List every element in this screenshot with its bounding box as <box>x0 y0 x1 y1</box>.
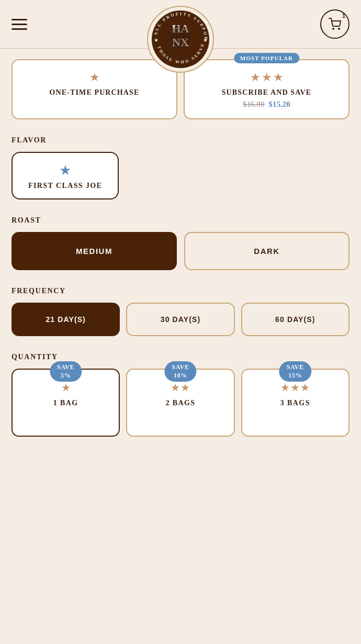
roast-medium-button[interactable]: MEDIUM <box>12 232 177 270</box>
qty-star-3: ★ <box>300 381 310 394</box>
qty-3-bags-card[interactable]: SAVE15% ★ ★ ★ 3 BAGS <box>241 369 349 437</box>
save-badge-15: SAVE15% <box>279 361 311 382</box>
star-1: ★ <box>89 71 100 84</box>
qty-2-label: 2 BAGS <box>165 399 195 407</box>
logo[interactable]: ALL PROFITS SUPPORT THOSE WHO SERVE ★ ★ … <box>146 5 215 73</box>
freq-30-button[interactable]: 30 DAY(S) <box>126 303 234 336</box>
svg-point-8 <box>170 25 191 48</box>
hamburger-menu[interactable] <box>12 19 27 30</box>
qty-3-label: 3 BAGS <box>280 399 310 407</box>
cart-count: 1 <box>342 13 345 19</box>
roast-dark-button[interactable]: DARK <box>184 232 349 270</box>
save-badge-5: SAVE5% <box>50 361 82 382</box>
flavor-card-first-class-joe[interactable]: ★ FIRST CLASS JOE <box>12 152 119 199</box>
freq-21-button[interactable]: 21 DAY(S) <box>12 303 120 336</box>
svg-text:★: ★ <box>203 37 208 43</box>
header: ALL PROFITS SUPPORT THOSE WHO SERVE ★ ★ … <box>0 0 361 48</box>
quantity-section: QUANTITY SAVE5% ★ 1 BAG SAVE10% ★ ★ 2 BA… <box>12 353 349 437</box>
main-content: ★ ONE-TIME PURCHASE MOST POPULAR ★ ★ ★ S… <box>0 59 361 469</box>
flavor-name: FIRST CLASS JOE <box>28 182 102 190</box>
svg-point-9 <box>333 28 334 29</box>
frequency-section-label: FREQUENCY <box>12 287 349 295</box>
flavor-section-label: FLAVOR <box>12 136 349 145</box>
qty-1-bag-card[interactable]: SAVE5% ★ 1 BAG <box>12 369 120 437</box>
svg-text:★: ★ <box>154 37 159 43</box>
qty-2-stars: ★ ★ <box>171 381 190 394</box>
roast-options: MEDIUM DARK <box>12 232 349 270</box>
price-old: $16.00 <box>243 100 264 109</box>
flavor-section: FLAVOR ★ FIRST CLASS JOE <box>12 136 349 199</box>
cart-icon <box>329 18 341 30</box>
roast-section: ROAST MEDIUM DARK <box>12 216 349 270</box>
subscribe-stars: ★ ★ ★ <box>250 71 284 84</box>
qty-star-1: ★ <box>280 381 290 394</box>
qty-star-1: ★ <box>61 381 71 394</box>
most-popular-badge: MOST POPULAR <box>234 53 299 63</box>
freq-60-button[interactable]: 60 DAY(S) <box>241 303 349 336</box>
quantity-options: SAVE5% ★ 1 BAG SAVE10% ★ ★ 2 BAGS SAVE15… <box>12 369 349 437</box>
flavor-star-blue: ★ <box>59 162 71 179</box>
cart-button[interactable]: 1 <box>320 9 349 39</box>
subscribe-prices: $16.00 $15.20 <box>243 100 290 109</box>
qty-star-2: ★ <box>180 381 190 394</box>
qty-1-label: 1 BAG <box>53 399 78 407</box>
save-badge-10: SAVE10% <box>164 361 196 382</box>
qty-star-2: ★ <box>290 381 300 394</box>
qty-3-stars: ★ ★ ★ <box>280 381 310 394</box>
frequency-options: 21 DAY(S) 30 DAY(S) 60 DAY(S) <box>12 303 349 336</box>
qty-2-bags-card[interactable]: SAVE10% ★ ★ 2 BAGS <box>126 369 234 437</box>
one-time-label: ONE-TIME PURCHASE <box>50 88 140 97</box>
frequency-section: FREQUENCY 21 DAY(S) 30 DAY(S) 60 DAY(S) <box>12 287 349 336</box>
svg-point-10 <box>339 28 340 29</box>
subscribe-label: SUBSCRIBE AND SAVE <box>222 88 312 97</box>
qty-1-stars: ★ <box>61 381 71 394</box>
star-2: ★ <box>262 71 272 84</box>
roast-section-label: ROAST <box>12 216 349 225</box>
star-3: ★ <box>273 71 284 84</box>
star-1: ★ <box>250 71 261 84</box>
qty-star-1: ★ <box>171 381 180 394</box>
one-time-stars: ★ <box>89 71 100 84</box>
quantity-section-label: QUANTITY <box>12 353 349 361</box>
price-new: $15.20 <box>269 100 290 109</box>
